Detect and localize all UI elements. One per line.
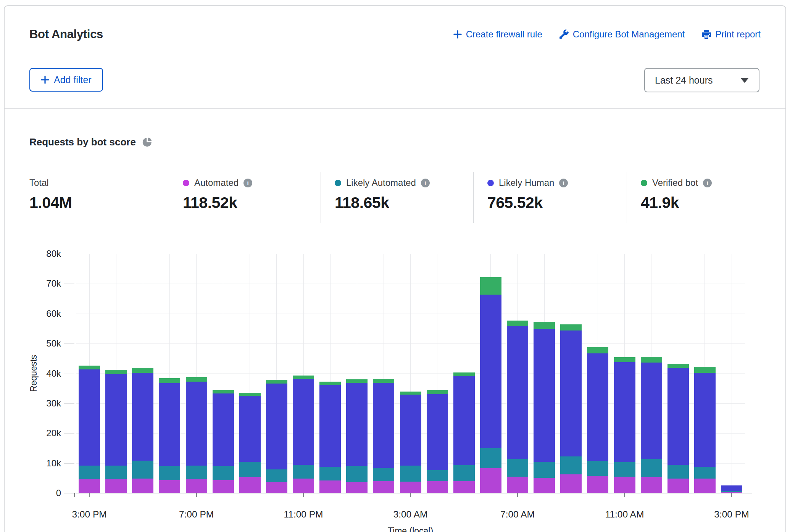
- info-icon[interactable]: i: [421, 179, 430, 187]
- stacked-bar-7[interactable]: [266, 380, 287, 493]
- y-tick-label: 70k: [5, 278, 61, 289]
- page-title: Bot Analytics: [29, 27, 103, 41]
- stacked-bar-16[interactable]: [507, 321, 528, 493]
- stacked-bar-18[interactable]: [560, 324, 582, 493]
- stacked-bar-15[interactable]: [480, 277, 501, 493]
- bar-column-12: [397, 254, 424, 493]
- bar-column-11: [370, 254, 397, 493]
- segment-verified-bot: [507, 321, 528, 327]
- segment-likely-human: [480, 295, 501, 448]
- segment-likely-automated: [319, 467, 341, 480]
- stacked-bar-2[interactable]: [132, 368, 153, 493]
- stacked-bar-10[interactable]: [346, 379, 368, 493]
- segment-verified-bot: [614, 357, 635, 362]
- stat-automated: Automatedi118.52k: [169, 172, 321, 223]
- stacked-bar-12[interactable]: [400, 392, 421, 493]
- stacked-bar-17[interactable]: [534, 322, 555, 493]
- stat-label: Likely Human: [499, 177, 554, 188]
- x-tick: [731, 493, 732, 497]
- y-tick-dash: [64, 343, 74, 344]
- action-label: Configure Bot Management: [573, 29, 685, 40]
- y-tick-label: 60k: [5, 308, 61, 319]
- bar-column-24: [718, 254, 745, 493]
- x-tick: [410, 493, 411, 497]
- segment-likely-human: [534, 329, 555, 462]
- bar-column-23: [692, 254, 718, 493]
- stacked-bar-22[interactable]: [667, 364, 689, 493]
- segment-automated: [641, 477, 662, 493]
- section-title: Requests by bot score: [29, 136, 136, 148]
- y-tick-dash: [64, 314, 74, 314]
- stacked-bar-5[interactable]: [213, 390, 234, 493]
- info-icon[interactable]: i: [703, 179, 712, 187]
- segment-automated: [587, 476, 608, 493]
- segment-verified-bot: [453, 372, 475, 376]
- bar-column-18: [558, 254, 584, 493]
- y-tick-label: 10k: [5, 458, 61, 469]
- segment-likely-human: [373, 383, 394, 468]
- stacked-bar-3[interactable]: [159, 378, 180, 493]
- segment-verified-bot: [132, 368, 153, 373]
- add-filter-button[interactable]: Add filter: [29, 68, 103, 92]
- stacked-bar-24[interactable]: [721, 485, 742, 493]
- segment-likely-human: [293, 379, 314, 465]
- segment-verified-bot: [239, 393, 261, 396]
- segment-likely-automated: [293, 465, 314, 479]
- segment-automated: [186, 479, 207, 493]
- segment-likely-human: [427, 394, 448, 470]
- segment-likely-human: [105, 374, 127, 466]
- bar-column-1: [103, 254, 129, 493]
- stat-value: 118.65k: [335, 194, 473, 212]
- stat-value: 1.04M: [29, 194, 169, 212]
- stacked-bar-1[interactable]: [105, 370, 127, 493]
- segment-verified-bot: [319, 382, 341, 385]
- action-configure-bot-management[interactable]: Configure Bot Management: [559, 29, 685, 40]
- segment-automated: [79, 479, 100, 493]
- segment-verified-bot: [266, 380, 287, 384]
- stacked-bar-23[interactable]: [694, 367, 716, 493]
- bar-column-4: [183, 254, 210, 493]
- segment-automated: [534, 478, 555, 493]
- segment-likely-human: [400, 395, 421, 466]
- x-tick-label: 11:00 AM: [605, 509, 644, 520]
- segment-automated: [239, 477, 261, 493]
- printer-icon: [701, 29, 711, 39]
- segment-automated: [159, 480, 180, 493]
- x-tick: [517, 493, 518, 497]
- segment-automated: [293, 479, 314, 493]
- stacked-bar-21[interactable]: [641, 357, 662, 493]
- card-header: Bot Analytics Create firewall ruleConfig…: [5, 6, 785, 109]
- legend-dot: [487, 180, 494, 186]
- segment-automated: [614, 477, 635, 493]
- stacked-bar-20[interactable]: [614, 357, 635, 493]
- action-print-report[interactable]: Print report: [701, 29, 761, 40]
- x-tick: [196, 493, 197, 497]
- info-icon[interactable]: i: [559, 179, 568, 187]
- stacked-bar-4[interactable]: [186, 377, 207, 493]
- stacked-bar-6[interactable]: [239, 393, 261, 493]
- action-create-firewall-rule[interactable]: Create firewall rule: [453, 29, 542, 40]
- segment-likely-automated: [453, 465, 475, 481]
- stacked-bar-9[interactable]: [319, 382, 341, 493]
- bar-column-15: [477, 254, 504, 493]
- segment-likely-human: [213, 393, 234, 466]
- time-range-dropdown[interactable]: Last 24 hours: [644, 68, 759, 92]
- info-icon[interactable]: i: [243, 179, 252, 187]
- stacked-bar-19[interactable]: [587, 347, 608, 493]
- segment-verified-bot: [534, 322, 555, 329]
- segment-likely-human: [346, 383, 368, 466]
- plus-icon: [453, 30, 462, 39]
- stacked-bar-8[interactable]: [293, 376, 314, 493]
- bar-column-5: [210, 254, 237, 493]
- stacked-bar-0[interactable]: [79, 366, 100, 493]
- bar-column-19: [584, 254, 611, 493]
- segment-likely-automated: [534, 462, 555, 478]
- segment-likely-automated: [105, 466, 127, 479]
- segment-likely-automated: [346, 466, 368, 482]
- stacked-bar-11[interactable]: [373, 379, 394, 493]
- stacked-bar-14[interactable]: [453, 372, 475, 493]
- requests-by-bot-score-chart: [76, 254, 745, 493]
- bar-column-21: [638, 254, 665, 493]
- segment-likely-automated: [213, 466, 234, 480]
- stacked-bar-13[interactable]: [427, 390, 448, 493]
